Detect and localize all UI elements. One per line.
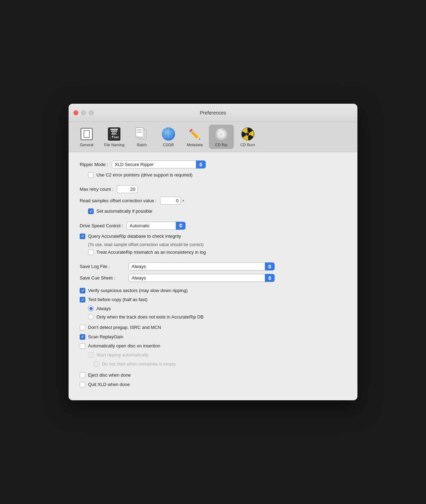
max-retry-row: Max retry count : [80,185,346,193]
drive-speed-container: Automatic [126,222,186,230]
ripper-mode-label: Ripper Mode : [80,162,108,167]
save-cue-label: Save Cue Sheet : [80,275,125,281]
toolbar-item-cd-burn[interactable]: CD Burn [235,125,260,149]
dont-detect-checkbox[interactable] [80,325,85,330]
save-cue-row: Save Cue Sheet : Always [80,274,346,282]
arrow-up-icon [199,163,203,164]
test-before-copy-checkbox[interactable] [80,297,85,302]
save-log-arrows[interactable] [265,262,275,270]
quit-xld-checkbox[interactable] [80,382,85,387]
save-log-label: Save Log File : [80,264,125,269]
offset-dropdown-icon[interactable]: ▾ [182,199,184,203]
do-not-start-row: Do not start when metadata is empty [94,361,346,367]
close-button[interactable] [73,110,78,115]
save-log-container: Always [128,262,275,270]
query-accuraterip-checkbox[interactable] [80,234,85,239]
radio-always-label: Always [96,306,111,311]
test-before-copy-row: Test before copy (half as fast) [80,297,346,303]
do-not-start-checkbox[interactable] [94,361,99,367]
titlebar: Preferences [69,104,357,122]
general-icon [79,127,94,141]
toolbar-item-file-naming[interactable]: ABC.flac File Naming [101,125,128,149]
arrow-down-icon [199,165,203,167]
cd-burn-icon [240,127,255,141]
toolbar-item-general[interactable]: General [74,125,99,149]
toolbar-item-cddb[interactable]: CDDB [156,125,181,149]
query-accuraterip-row: Query AccurateRip database to check inte… [80,233,346,239]
auto-open-disc-row: Automatically open disc on insertion [80,343,346,349]
toolbar-item-cd-rip[interactable]: CD Rip [209,125,234,149]
quit-xld-label: Quit XLD when done [88,381,130,388]
ripper-mode-container: XLD Secure Ripper [112,160,206,168]
c2-error-checkbox[interactable] [88,172,94,178]
toolbar: General ABC.flac File Naming [69,122,357,152]
drive-speed-arrow-up-icon [179,223,182,225]
start-ripping-row: Start ripping automatically [88,352,346,358]
test-before-copy-label: Test before copy (half as fast) [88,297,148,303]
c2-error-row: Use C2 error pointers (drive support is … [88,172,346,178]
eject-disc-label: Eject disc when done [88,372,131,378]
ripper-mode-select[interactable]: XLD Secure Ripper [112,160,206,168]
toolbar-item-metadata[interactable]: ✏️ Metadata [182,125,207,149]
quit-xld-row: Quit XLD when done [80,381,346,388]
scan-replaygain-row: Scan ReplayGain [80,334,346,340]
radio-only-when-label: Only when the track does not exist in Ac… [96,314,204,320]
drive-speed-arrows[interactable] [176,222,186,230]
verify-sectors-checkbox[interactable] [80,288,85,293]
cd-rip-icon [214,127,229,141]
treat-accuraterip-label: Treat AccurateRip mismatch as an inconsi… [96,249,206,255]
save-cue-select[interactable]: Always [128,274,275,282]
c2-error-label: Use C2 error pointers (drive support is … [96,172,192,178]
maximize-button[interactable] [89,110,94,115]
save-cue-arrows[interactable] [265,274,275,282]
verify-sectors-row: Verify suspicious sectors (may slow down… [80,288,346,294]
batch-icon [135,127,149,141]
query-accuraterip-label: Query AccurateRip database to check inte… [88,233,181,239]
eject-disc-checkbox[interactable] [80,372,85,378]
ripper-mode-arrows[interactable] [196,160,206,168]
save-log-arrow-up-icon [268,265,271,266]
save-log-select[interactable]: Always [128,262,275,270]
set-auto-label: Set automatically if possible [96,208,152,214]
metadata-icon: ✏️ [188,127,202,141]
radio-always-row: Always [88,306,346,311]
traffic-lights [73,110,94,115]
set-auto-row: Set automatically if possible [88,208,346,214]
auto-open-disc-checkbox[interactable] [80,343,85,349]
ripper-mode-row: Ripper Mode : XLD Secure Ripper [80,160,346,168]
max-retry-input[interactable] [117,185,138,193]
radio-only-when[interactable] [88,314,94,320]
start-ripping-checkbox[interactable] [88,352,94,358]
do-not-start-label: Do not start when metadata is empty [102,361,176,367]
eject-disc-row: Eject disc when done [80,372,346,378]
offset-input[interactable] [160,197,181,205]
cddb-icon [161,127,176,141]
offset-container: ▾ [160,197,184,205]
treat-accuraterip-checkbox[interactable] [88,250,94,255]
dont-detect-label: Don't detect pregap, ISRC and MCN [88,324,161,331]
drive-speed-row: Drive Speed Control : Automatic [80,222,346,230]
save-cue-arrow-up-icon [268,276,271,278]
set-auto-checkbox[interactable] [88,208,94,214]
window-title: Preferences [200,110,226,116]
start-ripping-label: Start ripping automatically [96,352,149,358]
save-log-row: Save Log File : Always [80,262,346,270]
max-retry-label: Max retry count : [80,187,113,192]
treat-accuraterip-row: Treat AccurateRip mismatch as an inconsi… [88,249,346,255]
drive-speed-label: Drive Speed Control : [80,223,123,228]
main-content: Ripper Mode : XLD Secure Ripper Use C2 e… [69,152,357,400]
scan-replaygain-checkbox[interactable] [80,334,85,340]
toolbar-item-batch[interactable]: Batch [129,125,155,149]
radio-always[interactable] [88,306,94,311]
minimize-button[interactable] [81,110,86,115]
query-accuraterip-sublabel: (To use, read sample offset correction v… [88,242,346,247]
save-cue-arrow-down-icon [268,278,271,280]
verify-sectors-label: Verify suspicious sectors (may slow down… [88,288,188,294]
read-samples-row: Read samples offset correction value : ▾ [80,197,346,205]
file-naming-icon: ABC.flac [107,127,121,141]
preferences-window: Preferences General ABC.flac File Naming [69,104,357,400]
scan-replaygain-label: Scan ReplayGain [88,334,123,340]
dont-detect-row: Don't detect pregap, ISRC and MCN [80,324,346,331]
save-log-arrow-down-icon [268,267,271,269]
read-samples-label: Read samples offset correction value : [80,198,157,203]
